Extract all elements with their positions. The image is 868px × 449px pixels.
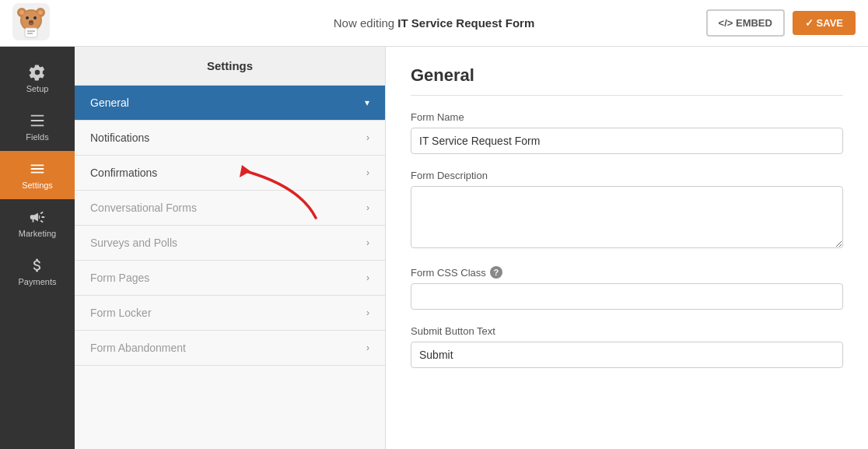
notifications-chevron: › (366, 132, 369, 143)
top-bar: Now editing IT Service Request Form </> … (0, 0, 868, 47)
menu-item-formlocker[interactable]: Form Locker › (75, 296, 385, 331)
svg-point-8 (33, 16, 37, 19)
menu-item-confirmations[interactable]: Confirmations › (75, 156, 385, 191)
embed-button[interactable]: </> EMBED (706, 9, 785, 37)
svg-rect-10 (25, 28, 37, 37)
surveys-menu-label: Surveys and Polls (90, 237, 177, 249)
sidebar-settings-label: Settings (22, 181, 53, 190)
form-group-description: Form Description (411, 170, 843, 251)
conversational-menu-label: Conversational Forms (90, 202, 197, 214)
formpages-menu-label: Form Pages (90, 272, 149, 284)
payments-icon (29, 257, 46, 274)
form-css-input[interactable] (411, 283, 843, 310)
sidebar-marketing-label: Marketing (19, 229, 56, 238)
svg-point-9 (29, 20, 33, 23)
formpages-chevron: › (366, 272, 369, 283)
menu-item-surveys[interactable]: Surveys and Polls › (75, 226, 385, 261)
editing-label: Now editing IT Service Request Form (334, 16, 534, 30)
sidebar: Setup Fields Settings Marketing Payments (0, 47, 75, 449)
general-menu-label: General (90, 96, 129, 109)
content-title: General (411, 65, 843, 96)
sidebar-item-settings[interactable]: Settings (0, 151, 75, 199)
form-name-input[interactable] (411, 128, 843, 154)
menu-item-formpages[interactable]: Form Pages › (75, 261, 385, 296)
notifications-menu-label: Notifications (90, 132, 149, 144)
form-description-input[interactable] (411, 186, 843, 248)
css-help-icon[interactable]: ? (490, 266, 502, 279)
sidebar-item-setup[interactable]: Setup (0, 54, 75, 103)
confirmations-chevron: › (366, 167, 369, 178)
surveys-chevron: › (366, 237, 369, 248)
formabandonment-menu-label: Form Abandonment (90, 342, 186, 354)
form-description-field-label: Form Description (411, 170, 843, 181)
menu-item-notifications[interactable]: Notifications › (75, 121, 385, 156)
logo (12, 3, 50, 43)
formabandonment-chevron: › (366, 342, 369, 353)
content-area: General Form Name Form Description Form … (386, 47, 868, 449)
fields-icon (29, 112, 46, 129)
marketing-icon (29, 209, 46, 226)
sidebar-item-payments[interactable]: Payments (0, 247, 75, 296)
formlocker-menu-label: Form Locker (90, 307, 152, 319)
svg-point-7 (26, 16, 29, 19)
settings-panel-header: Settings (75, 47, 385, 86)
sidebar-item-marketing[interactable]: Marketing (0, 199, 75, 247)
settings-panel: Settings General ▾ Notifications › Confi… (75, 47, 386, 449)
menu-item-conversational[interactable]: Conversational Forms › (75, 191, 385, 226)
confirmations-menu-label: Confirmations (90, 167, 157, 179)
top-bar-actions: </> EMBED ✓ SAVE (706, 9, 856, 37)
sidebar-payments-label: Payments (19, 277, 57, 286)
settings-icon (29, 160, 46, 177)
editing-text: Now editing (334, 16, 394, 30)
sidebar-fields-label: Fields (26, 132, 48, 142)
form-group-css: Form CSS Class ? (411, 266, 843, 310)
svg-point-5 (38, 10, 43, 15)
conversational-chevron: › (366, 202, 369, 213)
sidebar-setup-label: Setup (26, 84, 49, 93)
general-chevron: ▾ (365, 97, 369, 108)
submit-button-field-label: Submit Button Text (411, 325, 843, 337)
main-layout: Setup Fields Settings Marketing Payments (0, 47, 868, 449)
gear-icon (29, 64, 46, 81)
submit-button-input[interactable] (411, 342, 843, 368)
menu-item-formabandonment[interactable]: Form Abandonment › (75, 331, 385, 366)
form-name-field-label: Form Name (411, 111, 843, 123)
sidebar-item-fields[interactable]: Fields (0, 103, 75, 151)
form-name-label: IT Service Request Form (397, 16, 534, 30)
form-css-field-label: Form CSS Class ? (411, 266, 843, 279)
menu-item-general[interactable]: General ▾ (75, 86, 385, 121)
formlocker-chevron: › (366, 307, 369, 318)
save-button[interactable]: ✓ SAVE (793, 11, 856, 35)
svg-point-4 (19, 10, 24, 15)
form-group-name: Form Name (411, 111, 843, 154)
form-group-submit: Submit Button Text (411, 325, 843, 368)
